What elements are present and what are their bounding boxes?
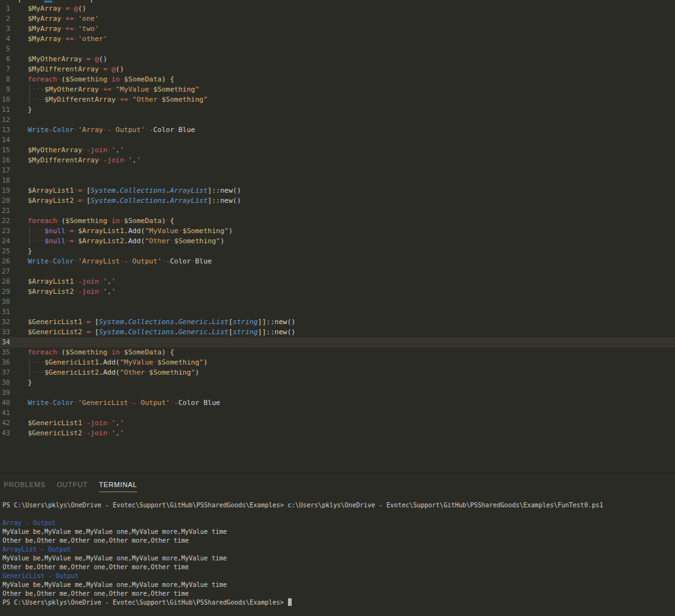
code-line[interactable]: 3$MyArray·+=·'two' [0, 24, 675, 34]
bottom-panel: PROBLEMSOUTPUTTERMINAL PS C:\Users\pklys… [0, 473, 675, 616]
code-line[interactable]: 34 [0, 337, 675, 347]
code-line[interactable]: 23····$null·=·$ArrayList1.Add("MyValue·$… [0, 226, 675, 236]
code-line[interactable]: 4$MyArray·+=·'other' [0, 34, 675, 44]
line-number: 1 [0, 4, 10, 14]
code-line[interactable]: 35foreach·($Something·in·$SomeData)·{ [0, 347, 675, 358]
code-line[interactable]: 8foreach·($Something·in·$SomeData)·{ [0, 75, 675, 85]
line-number: 14 [0, 135, 10, 145]
code-line[interactable]: 24····$null·=·$ArrayList2.Add("Other·$So… [0, 236, 675, 246]
code-line[interactable]: 12 [0, 115, 675, 125]
code-line[interactable]: 25} [0, 246, 675, 257]
terminal-line: MyValue be,MyValue me,MyValue one,MyValu… [3, 581, 675, 589]
code-line[interactable]: 38} [0, 378, 675, 388]
indent-guide [29, 236, 30, 246]
line-number: 26 [0, 257, 10, 267]
code-line[interactable]: 31 [0, 307, 675, 317]
line-number: 25 [0, 246, 10, 257]
line-number: 43 [0, 428, 10, 438]
code-line[interactable]: 11} [0, 105, 675, 115]
line-number: 41 [0, 408, 10, 418]
code-line[interactable]: 29$ArrayList2·-join·',' [0, 287, 675, 297]
line-number: 37 [0, 368, 10, 378]
code-line[interactable]: 40Write-Color·'GenericList·-·Output'·-Co… [0, 398, 675, 408]
code-line[interactable]: 30 [0, 297, 675, 307]
code-line[interactable]: 20$ArrayList2·=·[System.Collections.Arra… [0, 196, 675, 206]
panel-tab-output[interactable]: OUTPUT [57, 481, 88, 492]
code-line[interactable]: 13Write-Color·'Array·-·Output'·-Color·Bl… [0, 125, 675, 135]
line-number: 16 [0, 155, 10, 166]
code-line[interactable]: 39 [0, 388, 675, 398]
terminal-line: Other be,Other me,Other one,Other more,O… [3, 563, 675, 572]
line-number: 29 [0, 287, 10, 297]
code-line[interactable]: 5 [0, 44, 675, 54]
line-number: 24 [0, 236, 10, 246]
code-line[interactable]: 9····$MyOtherArray·+=·"MyValue·$Somethin… [0, 85, 675, 95]
indent-guide [29, 85, 30, 95]
vscode-window: 1$MyArray·=·@()2$MyArray·+=·'one'3$MyArr… [0, 0, 675, 616]
line-number: 10 [0, 95, 10, 105]
terminal-line: MyValue be,MyValue me,MyValue one,MyValu… [3, 528, 675, 536]
code-line[interactable]: 36····$GenericList1.Add("MyValue·$Someth… [0, 358, 675, 368]
code-lines: 1$MyArray·=·@()2$MyArray·+=·'one'3$MyArr… [0, 4, 675, 438]
line-number: 28 [0, 277, 10, 287]
line-number: 40 [0, 398, 10, 408]
terminal-line: Other be,Other me,Other one,Other more,O… [3, 589, 675, 598]
line-number: 27 [0, 267, 10, 277]
terminal-line: Other be,Other me,Other one,Other more,O… [3, 536, 675, 545]
code-line[interactable]: 18 [0, 176, 675, 186]
code-line[interactable]: 2$MyArray·+=·'one' [0, 14, 675, 24]
code-line[interactable]: 21 [0, 206, 675, 216]
code-line[interactable]: 42$GenericList1·-join·',' [0, 418, 675, 428]
code-line[interactable]: 17 [0, 166, 675, 176]
code-line[interactable]: 32$GenericList1·=·[System.Collections.Ge… [0, 317, 675, 327]
line-number: 2 [0, 14, 10, 24]
line-number: 42 [0, 418, 10, 428]
code-editor[interactable]: 1$MyArray·=·@()2$MyArray·+=·'one'3$MyArr… [0, 3, 675, 473]
code-line[interactable]: 28$ArrayList1·-join·',' [0, 277, 675, 287]
code-line[interactable]: 14 [0, 135, 675, 145]
code-line[interactable]: 33$GenericList2·=·[System.Collections.Ge… [0, 327, 675, 337]
line-number: 18 [0, 176, 10, 186]
terminal-line: PS C:\Users\pklys\OneDrive - Evotec\Supp… [3, 598, 675, 607]
code-line[interactable]: 7$MyDifferentArray·=·@() [0, 64, 675, 75]
terminal-line: Array - Output [3, 519, 675, 528]
line-number: 5 [0, 44, 10, 54]
code-line[interactable]: 27 [0, 267, 675, 277]
code-line[interactable]: 10····$MyDifferentArray·+=·"Other·$Somet… [0, 95, 675, 105]
line-number: 34 [0, 337, 10, 347]
line-number: 7 [0, 64, 10, 75]
terminal-line: GenericList - Output [3, 572, 675, 581]
line-number: 39 [0, 388, 10, 398]
indent-guide [29, 226, 30, 236]
line-number: 33 [0, 327, 10, 337]
code-line[interactable]: 22foreach·($Something·in·$SomeData)·{ [0, 216, 675, 226]
line-number: 23 [0, 226, 10, 236]
code-line[interactable]: 19$ArrayList1·=·[System.Collections.Arra… [0, 186, 675, 196]
panel-tab-terminal[interactable]: TERMINAL [99, 481, 137, 492]
code-line[interactable]: 43$GenericList2·-join·',' [0, 428, 675, 438]
code-line[interactable]: 15$MyOtherArray·-join·',' [0, 145, 675, 155]
indent-guide [29, 95, 30, 105]
code-line[interactable]: 16$MyDifferentArray·-join·',' [0, 155, 675, 166]
line-number: 3 [0, 24, 10, 34]
line-number: 38 [0, 378, 10, 388]
terminal-line [3, 510, 675, 519]
code-line[interactable]: 1$MyArray·=·@() [0, 4, 675, 14]
code-line[interactable]: 26Write-Color·'ArrayList·-·Output'·-Colo… [0, 257, 675, 267]
code-line[interactable]: 37····$GenericList2.Add("Other·$Somethin… [0, 368, 675, 378]
code-line[interactable]: 41 [0, 408, 675, 418]
line-number: 15 [0, 145, 10, 155]
terminal-line: PS C:\Users\pklys\OneDrive - Evotec\Supp… [3, 501, 675, 510]
terminal-line: ArrayList - Output [3, 545, 675, 554]
code-line[interactable]: 6$MyOtherArray·=·@() [0, 54, 675, 64]
line-number: 12 [0, 115, 10, 125]
terminal-cursor [288, 598, 292, 606]
line-number: 31 [0, 307, 10, 317]
terminal-output[interactable]: PS C:\Users\pklys\OneDrive - Evotec\Supp… [0, 492, 675, 607]
panel-tab-problems[interactable]: PROBLEMS [4, 481, 45, 492]
indent-guide [29, 358, 30, 368]
line-number: 17 [0, 166, 10, 176]
terminal-line: MyValue be,MyValue me,MyValue one,MyValu… [3, 554, 675, 563]
line-number: 6 [0, 54, 10, 64]
line-number: 36 [0, 358, 10, 368]
